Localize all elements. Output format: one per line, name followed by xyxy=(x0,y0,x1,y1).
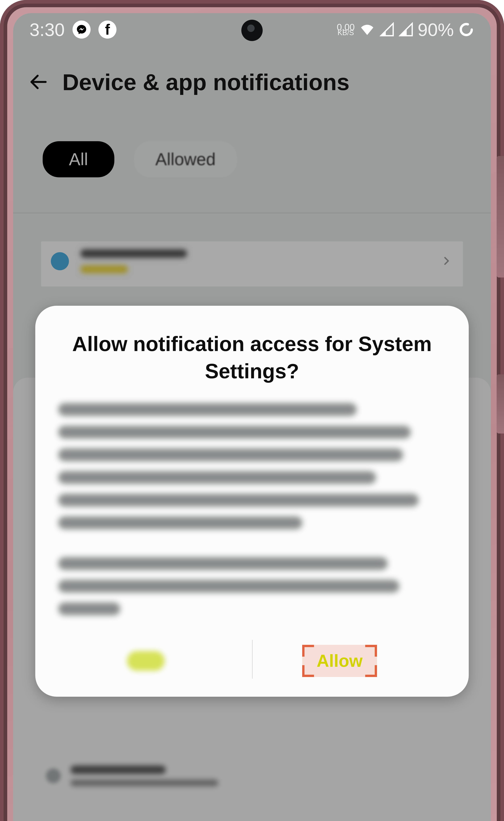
blurred-line xyxy=(71,780,218,786)
blurred-item-icon xyxy=(46,768,61,783)
blurred-text-line xyxy=(58,448,403,461)
phone-frame: Device & app notifications All Allowed xyxy=(0,0,504,821)
permission-dialog: Allow notification access for System Set… xyxy=(35,306,469,697)
data-speed-unit: KB/S xyxy=(337,30,354,35)
wifi-icon xyxy=(359,21,375,38)
cell-signal-1-icon xyxy=(380,22,394,37)
blurred-app-name xyxy=(80,249,187,258)
power-button xyxy=(497,374,504,433)
dialog-paragraph-1 xyxy=(58,403,446,529)
volume-buttons xyxy=(497,156,504,278)
svg-point-1 xyxy=(461,24,472,35)
cell-signal-2-icon xyxy=(399,22,413,37)
status-right: 0.00 KB/S 90% xyxy=(337,19,474,40)
data-speed-indicator: 0.00 KB/S xyxy=(337,24,355,35)
loading-spinner-icon xyxy=(458,21,474,38)
dialog-actions: Allow xyxy=(58,642,446,677)
status-bar: 3:30 f 0.00 KB/S xyxy=(13,13,491,46)
app-icon xyxy=(51,252,69,270)
battery-percentage: 90% xyxy=(418,19,454,40)
messenger-icon xyxy=(73,21,91,39)
dialog-title: Allow notification access for System Set… xyxy=(58,330,446,385)
screen: Device & app notifications All Allowed xyxy=(13,13,491,821)
allow-button-label: Allow xyxy=(317,651,363,671)
blurred-text-line xyxy=(58,426,411,439)
facebook-icon: f xyxy=(98,21,116,39)
blurred-text-line xyxy=(58,494,419,506)
status-left: 3:30 f xyxy=(30,19,116,40)
filter-chip-allowed[interactable]: Allowed xyxy=(134,141,237,177)
divider xyxy=(13,213,491,213)
allow-button-highlight[interactable]: Allow xyxy=(302,645,377,677)
status-time: 3:30 xyxy=(30,19,65,40)
blurred-text-line xyxy=(58,471,376,484)
blurred-text-line xyxy=(58,516,302,529)
dialog-body xyxy=(58,403,446,615)
chevron-right-icon xyxy=(440,254,453,268)
back-arrow-icon[interactable] xyxy=(28,71,49,93)
blurred-list-item xyxy=(46,755,458,796)
blurred-text-line xyxy=(58,403,357,416)
blurred-text-line xyxy=(58,602,120,615)
dialog-paragraph-2 xyxy=(58,557,446,615)
app-list-item[interactable] xyxy=(41,242,463,287)
blurred-app-status xyxy=(80,265,128,273)
actions-divider xyxy=(252,640,253,679)
blurred-line xyxy=(71,766,166,774)
page-header: Device & app notifications xyxy=(13,69,491,95)
blurred-text-line xyxy=(58,580,399,592)
page-title: Device & app notifications xyxy=(62,69,349,95)
filter-chip-all[interactable]: All xyxy=(43,141,114,177)
deny-button[interactable] xyxy=(127,651,165,671)
filter-chips: All Allowed xyxy=(43,141,237,177)
blurred-text-line xyxy=(58,557,388,570)
